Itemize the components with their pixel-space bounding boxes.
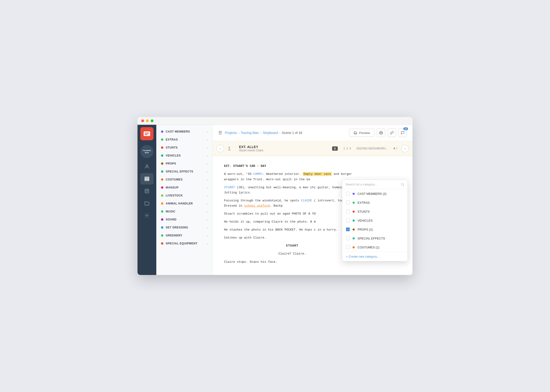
app-body: TOURING MAN [138, 125, 412, 275]
category-label: MUSIC [166, 210, 175, 213]
claire-link[interactable]: CLAIRE [301, 199, 312, 202]
maximize-dot[interactable] [151, 119, 154, 122]
dropdown-item-cast-members[interactable]: CAST MEMBERS (2) [342, 189, 408, 198]
sidebar-item-costumes[interactable]: COSTUMES › [156, 175, 212, 183]
dropdown-dot [353, 210, 355, 213]
dropdown-item-stunts[interactable]: STUNTS [342, 207, 408, 216]
nav-schedule-icon[interactable] [140, 185, 154, 197]
script-para-6: He stashes the photo in his BACK POCKET.… [224, 227, 360, 232]
sidebar-item-stunts[interactable]: STUNTS › [156, 144, 212, 152]
chevron-right-icon: › [207, 138, 208, 141]
category-dot [161, 130, 163, 133]
dropdown-item-label: SPECIAL EFFECTS [358, 237, 385, 240]
chevron-right-icon: › [207, 170, 208, 173]
sidebar-item-livestock[interactable]: LIVESTOCK › [156, 192, 212, 200]
project-avatar[interactable]: TOURING MAN [140, 145, 154, 158]
script-para-4: Stuart scrambles to pull out an aged PHO… [224, 211, 360, 217]
close-dot[interactable] [141, 119, 144, 122]
scene-subtitle: Stuart meets Claire. [239, 149, 326, 152]
scene-strip: ‹ 1 EXT. ALLEY Stuart meets Claire. D 1 … [213, 141, 412, 156]
sidebar-item-special-equipment[interactable]: SPECIAL EQUIPMENT › [156, 239, 212, 247]
sidebar-item-vehicles[interactable]: VEHICLES › [156, 152, 212, 160]
dropdown-item-extras[interactable]: EXTRAS [342, 198, 408, 207]
sidebar-item-greenery[interactable]: GREENERY › [156, 231, 212, 239]
dropdown-item-label: PROPS (2) [358, 228, 373, 231]
sidebar-item-set-dressing[interactable]: SET DRESSING › [156, 224, 212, 231]
svg-rect-6 [145, 180, 149, 181]
category-label: SOUND [166, 218, 176, 221]
dropdown-item-props[interactable]: ✓ PROPS (2) [342, 225, 408, 234]
category-label: SPECIAL EQUIPMENT [166, 242, 197, 245]
chevron-right-icon: › [207, 210, 208, 213]
nav-folder-icon[interactable] [140, 198, 154, 209]
chevron-right-icon: › [207, 178, 208, 181]
dropdown-checkbox[interactable]: ✓ [346, 227, 350, 231]
category-left: CAST MEMBERS [161, 130, 190, 133]
school-uniform-link[interactable]: school uniform [244, 204, 270, 208]
sidebar-item-extras[interactable]: EXTRAS › [156, 136, 212, 144]
dropdown-list: CAST MEMBERS (2) EXTRAS STUNTS VEHICLES … [342, 189, 408, 252]
sidebar-item-special-effects[interactable]: SPECIAL EFFECTS › [156, 168, 212, 175]
category-dot [161, 242, 163, 245]
print-button[interactable] [377, 129, 385, 137]
preview-button[interactable]: Preview [349, 129, 374, 137]
dropdown-dot [353, 246, 355, 248]
category-dot [161, 186, 163, 189]
comments-button[interactable]: 12 [398, 129, 407, 137]
dropdown-checkbox[interactable] [346, 218, 350, 222]
sidebar-item-music[interactable]: MUSIC › [156, 208, 212, 216]
nav-persons-icon[interactable] [140, 161, 154, 172]
link-button[interactable] [388, 129, 396, 137]
category-dot [161, 226, 163, 229]
svg-point-10 [402, 183, 404, 185]
svg-rect-2 [145, 134, 148, 135]
scene-time-badge: D [332, 147, 338, 151]
category-left: MUSIC [161, 210, 175, 213]
svg-rect-9 [380, 133, 382, 134]
dropdown-item-vehicles[interactable]: VEHICLES [342, 216, 408, 225]
dropdown-checkbox[interactable] [346, 245, 350, 249]
sidebar-item-makeup[interactable]: MAKEUP › [156, 183, 212, 192]
category-label: GREENERY [166, 234, 182, 237]
main-content: ☰ Projects › Touring Man › Stripboard › … [213, 125, 412, 275]
category-search-input[interactable] [346, 183, 399, 186]
breadcrumb-scene: Scene 1 of 18 [282, 131, 302, 135]
dropdown-search-bar [342, 180, 408, 189]
breadcrumb-project[interactable]: Touring Man [241, 131, 259, 135]
sidebar-item-animal-handler[interactable]: ANIMAL HANDLER › [156, 200, 212, 208]
sidebar-item-cast-members[interactable]: CAST MEMBERS › [156, 128, 212, 136]
script-para-2: STUART (36), unwitting but well-meaning,… [224, 185, 360, 195]
dropdown-item-special-effects[interactable]: SPECIAL EFFECTS [342, 234, 408, 243]
nav-settings-icon[interactable] [140, 210, 154, 221]
nav-stripboard-icon[interactable] [140, 173, 154, 184]
category-left: COSTUMES [161, 178, 183, 181]
next-scene-button[interactable]: › [401, 145, 409, 152]
scene-location: ENCINO NEIGHBORH... [357, 147, 388, 150]
dropdown-item-label: STUNTS [358, 210, 370, 213]
prev-scene-button[interactable]: ‹ [217, 145, 224, 152]
script-area: EXT. STUART'S CAR - DAY A worn-out, '93 … [213, 156, 412, 275]
stuart-link[interactable]: STUART [224, 186, 235, 189]
sidebar-item-sound[interactable]: SOUND › [156, 216, 212, 224]
category-label: SPECIAL EFFECTS [166, 170, 193, 173]
sidebar-item-props[interactable]: PROPS › [156, 160, 212, 168]
svg-point-3 [146, 165, 148, 167]
dropdown-item-costumes[interactable]: COSTUMES (1) [342, 243, 408, 252]
dropdown-checkbox[interactable] [346, 236, 350, 240]
category-left: SPECIAL EFFECTS [161, 170, 193, 173]
dropdown-checkbox[interactable] [346, 192, 350, 196]
create-category-button[interactable]: + Create new category... [342, 252, 408, 261]
dropdown-checkbox[interactable] [346, 210, 350, 213]
category-dot [161, 147, 163, 149]
hamburger-button[interactable]: ☰ [218, 130, 222, 135]
minimize-dot[interactable] [146, 119, 149, 122]
breadcrumb-projects[interactable]: Projects [225, 131, 237, 135]
svg-rect-4 [145, 177, 149, 178]
dropdown-item-label: CAST MEMBERS (2) [358, 192, 386, 196]
breadcrumb-view[interactable]: Stripboard [263, 131, 278, 135]
camry-link[interactable]: CAMRY [253, 172, 262, 176]
chevron-right-icon: › [207, 218, 208, 221]
dropdown-dot [353, 228, 355, 231]
category-left: SET DRESSING [161, 226, 188, 229]
dropdown-checkbox[interactable] [346, 201, 350, 204]
